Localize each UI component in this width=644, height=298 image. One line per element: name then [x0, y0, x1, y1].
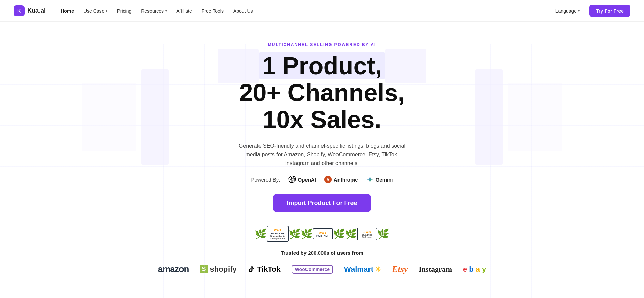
hero-description: Generate SEO-friendly and channel-specif… [234, 142, 411, 168]
hero-section: MULTICHANNEL SELLING POWERED BY AI 1 Pro… [0, 22, 644, 298]
instagram-text: Instagram [419, 265, 452, 274]
laurel-left-2: 🌿 [301, 229, 313, 239]
hero-title-line3: 10x Sales. [263, 106, 381, 133]
shopify-text: shopify [210, 265, 237, 274]
deco-rect-5 [82, 83, 136, 151]
nav-links: Home Use Case ▾ Pricing Resources ▾ Affi… [57, 5, 257, 16]
ebay-y: y [482, 265, 486, 274]
hero-title: 1 Product, 20+ Channels, 10x Sales. [239, 52, 405, 134]
import-product-button[interactable]: Import Product For Free [273, 194, 371, 212]
anthropic-icon: A [324, 176, 332, 183]
tiktok-icon [248, 266, 255, 273]
laurel-left-1: 🌿 [255, 229, 267, 239]
tiktok-logo: TikTok [248, 265, 281, 274]
laurel-left-3: 🌿 [345, 229, 357, 239]
ebay-e: e [463, 265, 467, 274]
gemini-powered-item: Gemini [366, 176, 393, 183]
openai-icon [288, 176, 296, 183]
laurel-right-2: 🌿 [333, 229, 345, 239]
aws-badge-3: aws QualifiedSoftware [357, 228, 377, 240]
badges-row: 🌿 aws PARTNER Generative AICompetency 🌿 … [255, 226, 389, 242]
aws-extra-3: QualifiedSoftware [360, 234, 374, 238]
openai-powered-item: OpenAI [288, 176, 316, 183]
logo-icon: K [14, 5, 25, 16]
nav-right: Language ▾ Try For Free [551, 5, 630, 17]
nav-pricing[interactable]: Pricing [113, 5, 136, 16]
amazon-logo: amazon [158, 264, 189, 275]
ebay-b: b [469, 265, 473, 274]
etsy-text: Etsy [392, 264, 408, 275]
shopify-logo: S shopify [200, 265, 237, 274]
navbar: K Kua.ai Home Use Case ▾ Pricing Resourc… [0, 0, 644, 22]
aws-logo-1: aws [270, 228, 285, 232]
openai-label: OpenAI [298, 177, 316, 183]
instagram-logo: Instagram [419, 265, 452, 274]
nav-usecase[interactable]: Use Case ▾ [79, 5, 111, 16]
woocommerce-logo: WooCommerce [292, 265, 333, 274]
aws-logo-2: aws [316, 230, 330, 234]
walmart-text: Walmart [344, 265, 373, 274]
powered-by-row: Powered By: OpenAI A Anthropic [251, 176, 393, 183]
hero-badge: MULTICHANNEL SELLING POWERED BY AI [268, 42, 376, 47]
anthropic-powered-item: A Anthropic [324, 176, 358, 183]
walmart-logo: Walmart ✳ [344, 265, 381, 274]
logo[interactable]: K Kua.ai [14, 5, 46, 16]
badge-item-3: 🌿 aws QualifiedSoftware 🌿 [345, 228, 389, 240]
trusted-text: Trusted by 200,000s of users from [281, 250, 363, 256]
deco-rect-3 [475, 69, 503, 165]
woocommerce-text: WooCommerce [295, 267, 330, 272]
etsy-logo: Etsy [392, 264, 408, 275]
brands-row: amazon S shopify TikTok WooCommerce Walm… [144, 264, 500, 275]
language-chevron-icon: ▾ [578, 9, 580, 13]
shopify-icon: S [200, 265, 208, 273]
deco-rect-1 [141, 69, 169, 165]
aws-extra-1: Generative AICompetency [270, 235, 285, 240]
nav-resources[interactable]: Resources ▾ [137, 5, 171, 16]
powered-label: Powered By: [251, 177, 280, 183]
nav-aboutus[interactable]: About Us [229, 5, 257, 16]
gemini-icon [366, 176, 374, 183]
aws-badge-1: aws PARTNER Generative AICompetency [267, 226, 289, 242]
aws-badge-2: aws PARTNER [313, 228, 333, 239]
language-button[interactable]: Language ▾ [551, 5, 584, 16]
deco-rect-6 [508, 83, 562, 151]
hero-title-line2: 20+ Channels, [239, 79, 405, 106]
ebay-logo: ebay [463, 265, 486, 274]
amazon-text: amazon [158, 264, 189, 275]
laurel-right-1: 🌿 [289, 229, 301, 239]
nav-freetools[interactable]: Free Tools [198, 5, 228, 16]
tiktok-text: TikTok [257, 265, 281, 274]
gemini-label: Gemini [376, 177, 393, 183]
anthropic-label: Anthropic [334, 177, 358, 183]
aws-partner-label-1: PARTNER [270, 232, 285, 235]
badge-item-2: 🌿 aws PARTNER 🌿 [301, 228, 345, 239]
walmart-spark-icon: ✳ [375, 265, 381, 273]
aws-logo-3: aws [360, 230, 374, 234]
aws-partner-label-2: PARTNER [316, 234, 330, 237]
nav-affiliate[interactable]: Affiliate [172, 5, 196, 16]
nav-home[interactable]: Home [57, 5, 78, 16]
nav-left: K Kua.ai Home Use Case ▾ Pricing Resourc… [14, 5, 257, 16]
badge-item-1: 🌿 aws PARTNER Generative AICompetency 🌿 [255, 226, 301, 242]
ebay-a: a [476, 265, 480, 274]
laurel-right-3: 🌿 [377, 229, 389, 239]
try-for-free-button[interactable]: Try For Free [589, 5, 630, 17]
hero-title-line1: 1 Product, [259, 52, 384, 79]
